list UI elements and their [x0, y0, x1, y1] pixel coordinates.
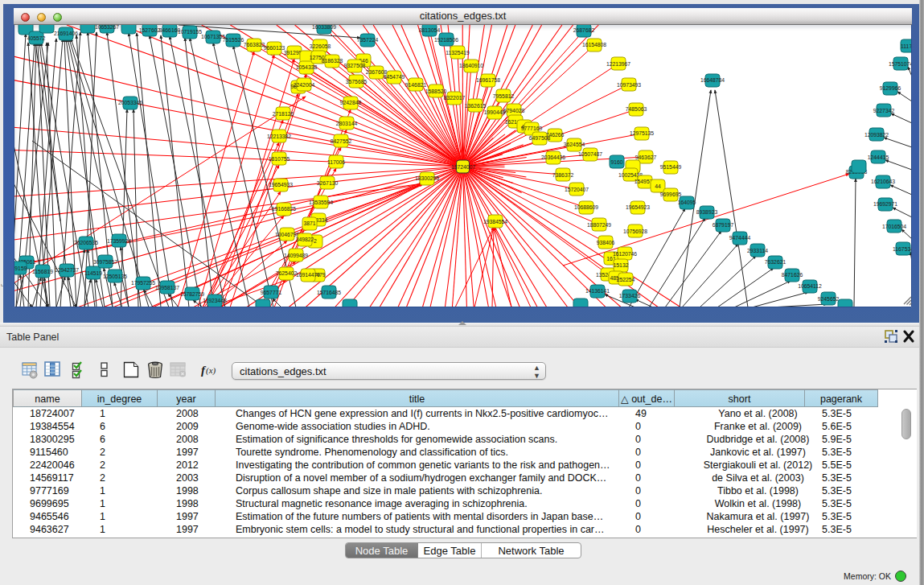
- svg-text:15751074: 15751074: [889, 61, 912, 67]
- svg-text:9242848: 9242848: [340, 100, 362, 105]
- svg-text:3267130: 3267130: [317, 180, 339, 186]
- svg-text:2803144: 2803144: [336, 121, 358, 126]
- svg-text:1990448: 1990448: [484, 109, 506, 115]
- svg-text:8813054: 8813054: [419, 27, 441, 33]
- svg-text:39159: 39159: [14, 266, 27, 271]
- svg-text:19654933: 19654933: [269, 182, 293, 187]
- svg-text:1362615: 1362615: [465, 103, 487, 109]
- svg-text:20053346: 20053346: [118, 100, 142, 105]
- svg-text:117006: 117006: [327, 159, 345, 165]
- svg-text:6794028: 6794028: [503, 108, 525, 113]
- svg-text:9327508: 9327508: [344, 63, 366, 68]
- svg-text:9227342: 9227342: [873, 108, 895, 113]
- svg-text:8471626: 8471626: [782, 272, 803, 278]
- svg-text:16120746: 16120746: [613, 251, 637, 257]
- svg-text:16961758: 16961758: [476, 77, 500, 83]
- svg-text:1527602: 1527602: [139, 27, 161, 33]
- svg-text:1810755: 1810755: [269, 156, 290, 162]
- svg-text:19692971: 19692971: [873, 201, 897, 207]
- svg-text:349822: 349822: [296, 237, 314, 242]
- svg-text:2: 2: [314, 238, 317, 244]
- svg-text:8938923: 8938923: [696, 209, 718, 215]
- svg-text:10958137: 10958137: [155, 285, 179, 290]
- svg-text:8454749: 8454749: [384, 74, 405, 80]
- svg-text:164095: 164095: [678, 200, 696, 205]
- svg-text:8322017: 8322017: [444, 95, 466, 101]
- svg-text:18640910: 18640910: [459, 63, 483, 68]
- svg-text:12505135: 12505135: [103, 274, 127, 279]
- svg-text:7955812: 7955812: [493, 93, 515, 99]
- svg-text:10756928: 10756928: [623, 229, 647, 234]
- svg-text:9660123: 9660123: [264, 45, 285, 51]
- svg-text:9699695: 9699695: [660, 192, 682, 197]
- svg-text:9515449: 9515449: [660, 164, 682, 170]
- svg-text:7386372: 7386372: [552, 172, 574, 178]
- svg-text:7485063: 7485063: [626, 106, 647, 112]
- svg-text:9777169: 9777169: [521, 126, 543, 131]
- svg-text:19654923: 19654923: [626, 204, 650, 210]
- svg-text:15132: 15132: [614, 262, 629, 268]
- svg-text:3624554: 3624554: [564, 142, 585, 147]
- svg-text:1054338: 1054338: [296, 64, 318, 70]
- svg-text:30975857: 30975857: [93, 259, 117, 265]
- svg-text:7663822: 7663822: [244, 42, 265, 47]
- svg-text:20206535: 20206535: [74, 240, 98, 245]
- svg-text:8427552: 8427552: [331, 138, 352, 144]
- svg-text:9245652: 9245652: [818, 296, 840, 302]
- svg-text:12213382: 12213382: [267, 134, 291, 139]
- svg-text:252254: 252254: [617, 277, 635, 282]
- svg-text:11325419: 11325419: [446, 50, 470, 56]
- svg-text:10973493: 10973493: [617, 82, 641, 88]
- svg-text:18300295: 18300295: [415, 175, 439, 181]
- svg-text:18724007: 18724007: [451, 164, 475, 170]
- svg-text:16782759: 16782759: [180, 291, 204, 297]
- svg-text:3226058: 3226058: [310, 43, 331, 49]
- svg-text:9474444: 9474444: [729, 235, 751, 241]
- svg-text:114519: 114519: [84, 270, 102, 276]
- svg-text:1167534: 1167534: [893, 246, 912, 252]
- svg-text:3575685: 3575685: [346, 79, 368, 84]
- svg-text:14136141: 14136141: [585, 288, 610, 294]
- svg-text:8186328: 8186328: [322, 58, 343, 64]
- svg-text:1588520: 1588520: [425, 89, 447, 94]
- svg-text:2933114: 2933114: [747, 248, 768, 253]
- svg-text:405572: 405572: [27, 35, 46, 41]
- svg-text:16648784: 16648784: [700, 77, 725, 83]
- svg-text:11923448: 11923448: [203, 298, 227, 303]
- svg-text:9146821: 9146821: [405, 82, 427, 88]
- svg-text:12093822: 12093822: [864, 132, 889, 138]
- svg-text:15716485: 15716485: [317, 290, 341, 295]
- svg-text:16210643: 16210643: [871, 179, 895, 184]
- svg-text:21691406: 21691406: [54, 31, 78, 36]
- svg-text:16914479: 16914479: [296, 272, 320, 278]
- svg-text:10688609: 10688609: [574, 204, 598, 210]
- svg-text:12213967: 12213967: [606, 61, 630, 67]
- svg-text:19218506: 19218506: [434, 37, 458, 43]
- svg-text:16154808: 16154808: [582, 42, 606, 47]
- svg-text:10653267: 10653267: [95, 25, 119, 30]
- svg-text:20364436: 20364436: [541, 154, 565, 160]
- svg-text:2687682: 2687682: [573, 27, 595, 33]
- svg-text:7515526: 7515526: [223, 37, 244, 43]
- svg-text:10671355: 10671355: [201, 34, 225, 39]
- svg-text:16033809: 16033809: [312, 25, 336, 30]
- svg-text:15720407: 15720407: [565, 187, 589, 192]
- svg-text:19166825: 19166825: [272, 206, 296, 212]
- svg-text:3871: 3871: [303, 220, 315, 226]
- svg-text:9129966: 9129966: [880, 85, 901, 91]
- svg-text:17016504: 17016504: [882, 224, 906, 229]
- svg-text:6497508: 6497508: [529, 135, 551, 141]
- svg-text:12942737: 12942737: [55, 267, 79, 273]
- svg-text:17359924: 17359924: [107, 238, 131, 244]
- svg-text:7625402: 7625402: [276, 270, 298, 276]
- svg-text:9160: 9160: [610, 159, 622, 165]
- svg-text:7632621: 7632621: [765, 259, 786, 265]
- svg-text:938406: 938406: [597, 240, 615, 245]
- svg-text:17957255: 17957255: [131, 280, 155, 286]
- svg-text:13535594: 13535594: [309, 200, 333, 205]
- svg-text:7357224: 7357224: [357, 37, 379, 43]
- svg-text:12975135: 12975135: [630, 130, 654, 136]
- svg-text:1156819: 1156819: [32, 269, 53, 274]
- svg-text:9463627: 9463627: [635, 154, 657, 160]
- svg-text:2718126: 2718126: [273, 111, 294, 117]
